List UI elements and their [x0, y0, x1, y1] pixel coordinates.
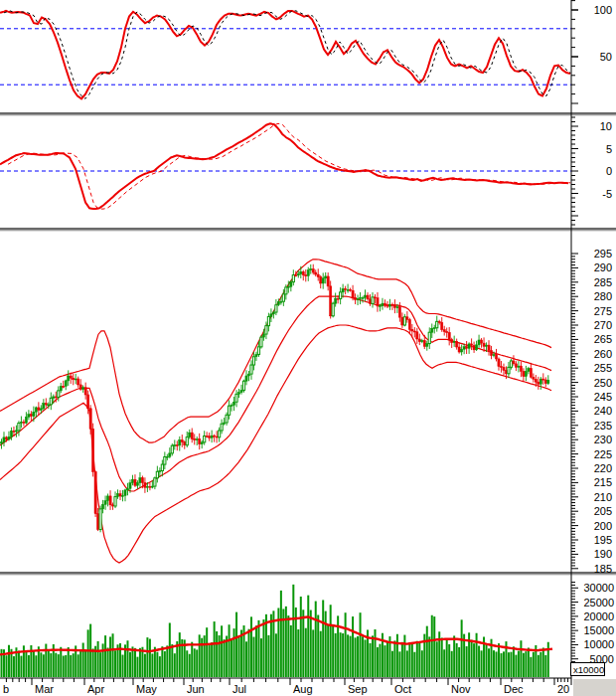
svg-text:250: 250 [594, 377, 612, 389]
svg-text:240: 240 [594, 405, 612, 417]
svg-text:20000: 20000 [583, 610, 614, 622]
month-label: Nov [451, 683, 471, 695]
month-label: Sep [348, 683, 368, 695]
svg-text:225: 225 [594, 448, 612, 460]
svg-text:x10000: x10000 [573, 664, 604, 675]
svg-text:5: 5 [606, 143, 612, 155]
svg-text:210: 210 [594, 491, 612, 503]
svg-text:235: 235 [594, 420, 612, 432]
svg-text:190: 190 [594, 548, 612, 560]
month-label: Jun [187, 683, 205, 695]
svg-text:295: 295 [594, 248, 612, 260]
svg-text:255: 255 [594, 362, 612, 374]
volume-unit-box: x10000 [571, 663, 605, 676]
svg-text:10: 10 [600, 120, 612, 132]
svg-text:260: 260 [594, 348, 612, 360]
corner-filler [573, 679, 616, 696]
svg-text:205: 205 [594, 505, 612, 517]
svg-text:195: 195 [594, 534, 612, 546]
month-label: Mar [35, 683, 54, 695]
svg-text:-5: -5 [602, 188, 612, 200]
svg-text:265: 265 [594, 333, 612, 345]
svg-text:100: 100 [594, 4, 612, 16]
month-label: Oct [394, 683, 411, 695]
svg-text:185: 185 [594, 563, 612, 575]
svg-text:245: 245 [594, 391, 612, 403]
svg-text:0: 0 [606, 165, 612, 177]
chart-canvas[interactable]: 100501050-518519019520020521021522022523… [0, 0, 616, 696]
svg-text:50: 50 [600, 51, 612, 63]
svg-text:275: 275 [594, 305, 612, 317]
month-label: 20 [557, 683, 569, 695]
svg-text:15000: 15000 [583, 624, 614, 636]
month-label: Apr [87, 683, 104, 695]
svg-text:280: 280 [594, 290, 612, 302]
month-label: Jul [232, 683, 246, 695]
svg-text:230: 230 [594, 434, 612, 445]
svg-text:285: 285 [594, 276, 612, 288]
svg-text:30000: 30000 [583, 582, 614, 594]
svg-text:215: 215 [594, 476, 612, 488]
svg-text:25000: 25000 [583, 597, 614, 609]
month-label: Aug [293, 683, 313, 695]
month-label: Dec [504, 683, 524, 695]
month-label: May [136, 683, 157, 695]
svg-text:270: 270 [594, 319, 612, 331]
month-label: b [3, 683, 9, 695]
svg-text:200: 200 [594, 520, 612, 532]
svg-text:290: 290 [594, 261, 612, 273]
svg-text:10000: 10000 [583, 638, 614, 650]
stock-chart-window: 100501050-518519019520020521021522022523… [0, 0, 616, 696]
chart-background [0, 0, 616, 696]
svg-text:220: 220 [594, 462, 612, 474]
